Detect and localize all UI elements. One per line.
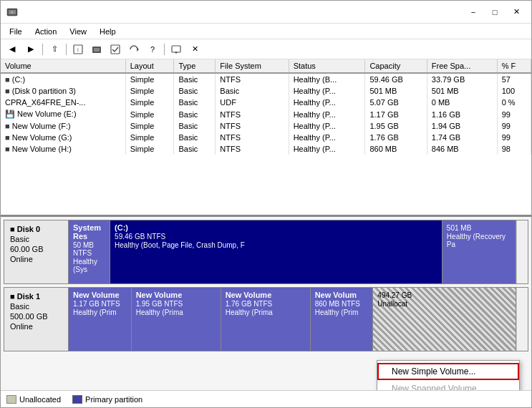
- partition-recovery-size: 501 MB: [447, 224, 511, 232]
- table-row[interactable]: ■ (Disk 0 partition 3) Simple Basic Basi…: [1, 85, 531, 97]
- partition-sysres-size: 50 MB NTFS: [73, 241, 105, 257]
- cell-pct: 100: [497, 85, 531, 97]
- col-header-pct[interactable]: % F: [497, 59, 531, 73]
- menu-view[interactable]: View: [64, 26, 92, 37]
- col-header-layout[interactable]: Layout: [125, 59, 174, 73]
- col-header-capacity[interactable]: Capacity: [365, 59, 427, 73]
- svg-rect-7: [111, 45, 120, 54]
- cell-fs: NTFS: [216, 108, 289, 120]
- properties-button[interactable]: i: [69, 42, 87, 57]
- disk-1-row: ■ Disk 1 Basic 500.00 GB Online New Volu…: [4, 287, 528, 351]
- col-header-fs[interactable]: File System: [216, 59, 289, 73]
- partition-g-status: Healthy (Prima: [226, 309, 306, 316]
- cell-pct: 57: [497, 73, 531, 85]
- cell-capacity: 1.95 GB: [365, 120, 427, 132]
- menu-help[interactable]: Help: [94, 26, 122, 37]
- legend-unallocated-box: [6, 395, 16, 404]
- maximize-button[interactable]: □: [485, 6, 504, 19]
- partition-e-status: Healthy (Prim: [73, 309, 127, 316]
- cell-type: Basic: [174, 143, 216, 155]
- cell-layout: Simple: [125, 97, 174, 108]
- table-row[interactable]: ■ New Volume (H:) Simple Basic NTFS Heal…: [1, 143, 531, 155]
- disk-0-partition-c[interactable]: (C:) 59.46 GB NTFS Healthy (Boot, Page F…: [110, 220, 442, 283]
- menu-action[interactable]: Action: [29, 26, 63, 37]
- svg-rect-9: [172, 46, 180, 52]
- svg-marker-8: [137, 47, 139, 52]
- window-controls: − □ ✕: [464, 6, 526, 19]
- partition-e-name: New Volume: [73, 291, 127, 299]
- col-header-volume[interactable]: Volume: [1, 59, 125, 73]
- col-header-free[interactable]: Free Spa...: [427, 59, 497, 73]
- table-row[interactable]: ■ New Volume (F:) Simple Basic NTFS Heal…: [1, 120, 531, 132]
- col-header-type[interactable]: Type: [174, 59, 216, 73]
- disk-0-partition-recovery[interactable]: 501 MB Healthy (Recovery Pa: [442, 220, 516, 283]
- toolbar-separator-2: [66, 44, 67, 55]
- disk-1-partition-g[interactable]: New Volume 1.76 GB NTFS Healthy (Prima: [221, 288, 311, 351]
- context-menu-new-simple[interactable]: New Simple Volume...: [377, 363, 519, 380]
- cell-type: Basic: [174, 73, 216, 85]
- cell-status: Healthy (B...: [289, 73, 365, 85]
- cell-pct: 99: [497, 132, 531, 143]
- disk-0-name: ■ Disk 0: [10, 225, 62, 233]
- table-row[interactable]: CPRA_X64FRE_EN-... Simple Basic UDF Heal…: [1, 97, 531, 108]
- table-row[interactable]: ■ (C:) Simple Basic NTFS Healthy (B... 5…: [1, 73, 531, 85]
- partition-c-status: Healthy (Boot, Page File, Crash Dump, F: [115, 241, 437, 249]
- disk-view-area: ■ Disk 0 Basic 60.00 GB Online System Re…: [1, 217, 531, 390]
- cell-layout: Simple: [125, 85, 174, 97]
- cell-free: 846 MB: [427, 143, 497, 155]
- close-tool-button[interactable]: ✕: [186, 42, 203, 57]
- check-button[interactable]: [107, 42, 124, 57]
- cell-pct: 99: [497, 120, 531, 132]
- cell-type: Basic: [174, 120, 216, 132]
- forward-button[interactable]: ▶: [22, 42, 39, 57]
- refresh-button[interactable]: [125, 42, 142, 57]
- svg-text:i: i: [77, 47, 79, 53]
- status-bar: Unallocated Primary partition: [1, 390, 531, 407]
- cell-layout: Simple: [125, 120, 174, 132]
- cell-fs: NTFS: [216, 73, 289, 85]
- legend-unallocated: Unallocated: [6, 395, 61, 404]
- disk-button[interactable]: [88, 42, 105, 57]
- disk-0-status: Online: [10, 255, 62, 263]
- cell-free: 1.74 GB: [427, 132, 497, 143]
- disk-1-status: Online: [10, 322, 62, 331]
- partition-sysres-name: System Res: [73, 223, 105, 241]
- disk-0-label: ■ Disk 0 Basic 60.00 GB Online: [4, 220, 69, 283]
- computer-button[interactable]: [168, 42, 185, 57]
- minimize-button[interactable]: −: [464, 6, 483, 19]
- volume-table-container[interactable]: Volume Layout Type File System Status Ca…: [1, 59, 531, 217]
- cell-capacity: 1.76 GB: [365, 132, 427, 143]
- legend-primary: Primary partition: [72, 395, 142, 404]
- cell-volume: ■ New Volume (H:): [1, 143, 125, 155]
- cell-status: Healthy (P...: [289, 108, 365, 120]
- disk-1-partition-e[interactable]: New Volume 1.17 GB NTFS Healthy (Prim: [69, 288, 132, 351]
- title-bar: − □ ✕: [1, 1, 531, 24]
- cell-volume: ■ (C:): [1, 73, 125, 85]
- cell-pct: 98: [497, 143, 531, 155]
- cell-free: 0 MB: [427, 97, 497, 108]
- table-row[interactable]: ■ New Volume (G:) Simple Basic NTFS Heal…: [1, 132, 531, 143]
- col-header-status[interactable]: Status: [289, 59, 365, 73]
- help-button[interactable]: ?: [144, 42, 161, 57]
- close-button[interactable]: ✕: [507, 6, 526, 19]
- disk-0-partition-sysres[interactable]: System Res 50 MB NTFS Healthy (Sys: [69, 220, 110, 283]
- menu-file[interactable]: File: [4, 26, 28, 37]
- partition-recovery-status: Healthy (Recovery Pa: [447, 233, 511, 248]
- back-button[interactable]: ◀: [4, 42, 21, 57]
- cell-capacity: 860 MB: [365, 143, 427, 155]
- cell-pct: 99: [497, 108, 531, 120]
- disk-1-partition-h[interactable]: New Volum 860 MB NTFS Healthy (Prim: [311, 288, 374, 351]
- disk-1-size: 500.00 GB: [10, 312, 62, 321]
- legend-primary-box: [72, 395, 82, 404]
- legend-unallocated-label: Unallocated: [19, 395, 61, 404]
- partition-c-size: 59.46 GB NTFS: [115, 233, 437, 241]
- cell-fs: NTFS: [216, 120, 289, 132]
- disk-1-scrollbar: [516, 288, 528, 351]
- cell-layout: Simple: [125, 73, 174, 85]
- table-row[interactable]: 💾 New Volume (E:) Simple Basic NTFS Heal…: [1, 108, 531, 120]
- legend-primary-label: Primary partition: [85, 395, 142, 404]
- disk-1-partition-unalloc[interactable]: 494.27 GB Unallocat: [373, 288, 516, 351]
- up-button[interactable]: ⇧: [46, 42, 63, 57]
- disk-1-type: Basic: [10, 302, 62, 311]
- disk-1-partition-f[interactable]: New Volume 1.95 GB NTFS Healthy (Prima: [132, 288, 221, 351]
